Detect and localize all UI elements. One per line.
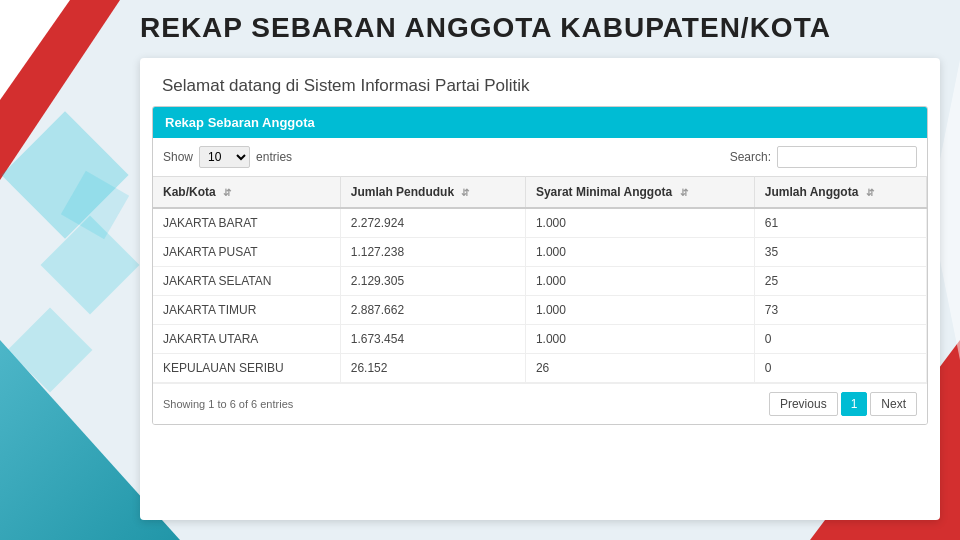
show-label: Show	[163, 150, 193, 164]
data-table: Kab/Kota ⇵ Jumlah Penduduk ⇵ Syarat Mini…	[153, 176, 927, 383]
entries-select[interactable]: 10 25 50 100	[199, 146, 250, 168]
table-cell: 1.127.238	[340, 238, 525, 267]
section-header: Rekap Sebaran Anggota	[153, 107, 927, 138]
table-row: KEPULAUAN SERIBU26.152260	[153, 354, 927, 383]
col-jumlah-anggota-label: Jumlah Anggota	[765, 185, 859, 199]
showing-text: Showing 1 to 6 of 6 entries	[163, 398, 293, 410]
bg-diamond-3	[8, 308, 93, 393]
table-cell: 1.000	[525, 296, 754, 325]
table-cell: 0	[754, 325, 926, 354]
table-cell: 73	[754, 296, 926, 325]
current-page[interactable]: 1	[841, 392, 868, 416]
rekap-section: Rekap Sebaran Anggota Show 10 25 50 100 …	[152, 106, 928, 425]
table-cell: 1.000	[525, 208, 754, 238]
table-cell: 26	[525, 354, 754, 383]
bg-diamond-4	[61, 171, 129, 239]
table-header-row: Kab/Kota ⇵ Jumlah Penduduk ⇵ Syarat Mini…	[153, 177, 927, 209]
pagination: Previous 1 Next	[769, 392, 917, 416]
table-cell: 0	[754, 354, 926, 383]
table-footer: Showing 1 to 6 of 6 entries Previous 1 N…	[153, 383, 927, 424]
col-syarat-minimal[interactable]: Syarat Minimal Anggota ⇵	[525, 177, 754, 209]
table-cell: JAKARTA SELATAN	[153, 267, 340, 296]
sort-icon-anggota: ⇵	[866, 187, 874, 198]
col-syarat-minimal-label: Syarat Minimal Anggota	[536, 185, 672, 199]
table-cell: JAKARTA UTARA	[153, 325, 340, 354]
bg-red-triangle-top	[0, 0, 120, 180]
sort-icon-penduduk: ⇵	[461, 187, 469, 198]
col-kab-kota-label: Kab/Kota	[163, 185, 216, 199]
col-kab-kota[interactable]: Kab/Kota ⇵	[153, 177, 340, 209]
table-cell: 1.673.454	[340, 325, 525, 354]
welcome-text: Selamat datang di Sistem Informasi Parta…	[140, 58, 940, 106]
table-controls: Show 10 25 50 100 entries Search:	[153, 138, 927, 176]
col-jumlah-penduduk[interactable]: Jumlah Penduduk ⇵	[340, 177, 525, 209]
search-box: Search:	[730, 146, 917, 168]
table-cell: 2.129.305	[340, 267, 525, 296]
table-cell: 2.272.924	[340, 208, 525, 238]
entries-label: entries	[256, 150, 292, 164]
search-label: Search:	[730, 150, 771, 164]
table-cell: 1.000	[525, 238, 754, 267]
table-cell: JAKARTA TIMUR	[153, 296, 340, 325]
page-title: REKAP SEBARAN ANGGOTA KABUPATEN/KOTA	[140, 12, 831, 44]
table-cell: 35	[754, 238, 926, 267]
table-cell: 1.000	[525, 267, 754, 296]
bg-diamond-2	[41, 216, 140, 315]
sort-icon-syarat: ⇵	[680, 187, 688, 198]
table-cell: JAKARTA PUSAT	[153, 238, 340, 267]
table-cell: 26.152	[340, 354, 525, 383]
table-row: JAKARTA SELATAN2.129.3051.00025	[153, 267, 927, 296]
table-row: JAKARTA PUSAT1.127.2381.00035	[153, 238, 927, 267]
previous-button[interactable]: Previous	[769, 392, 838, 416]
main-card: Selamat datang di Sistem Informasi Parta…	[140, 58, 940, 520]
table-cell: 25	[754, 267, 926, 296]
table-row: JAKARTA UTARA1.673.4541.0000	[153, 325, 927, 354]
col-jumlah-anggota[interactable]: Jumlah Anggota ⇵	[754, 177, 926, 209]
table-cell: 61	[754, 208, 926, 238]
search-input[interactable]	[777, 146, 917, 168]
col-jumlah-penduduk-label: Jumlah Penduduk	[351, 185, 454, 199]
bg-white-triangle-top	[0, 0, 70, 100]
table-cell: 2.887.662	[340, 296, 525, 325]
bg-diamond-1	[1, 111, 128, 238]
table-cell: KEPULAUAN SERIBU	[153, 354, 340, 383]
next-button[interactable]: Next	[870, 392, 917, 416]
table-row: JAKARTA TIMUR2.887.6621.00073	[153, 296, 927, 325]
show-entries-control: Show 10 25 50 100 entries	[163, 146, 292, 168]
table-cell: JAKARTA BARAT	[153, 208, 340, 238]
table-row: JAKARTA BARAT2.272.9241.00061	[153, 208, 927, 238]
table-cell: 1.000	[525, 325, 754, 354]
sort-icon-kab: ⇵	[223, 187, 231, 198]
